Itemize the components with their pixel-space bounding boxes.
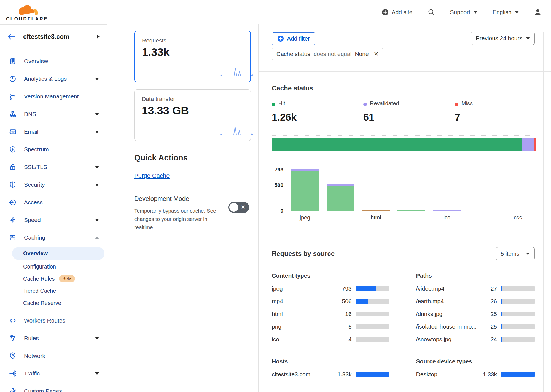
table-row[interactable]: cftestsite3.com 1.33k [272,368,389,381]
table-row[interactable]: /video.mp4 27 [416,282,535,295]
chart-bar-css[interactable] [500,169,536,211]
sidebar-item-network[interactable]: Network [0,347,107,365]
sidebar-subitem-configuration[interactable]: Configuration [0,261,107,273]
sidebar-item-label: Rules [24,335,39,342]
add-filter-button[interactable]: Add filter [272,32,315,45]
chevron-down-icon [95,337,99,340]
sidebar-item-label: Security [24,181,45,188]
table-row[interactable]: /earth.mp4 26 [416,295,535,308]
revalidated-label[interactable]: Revalidated [370,100,399,108]
sidebar-subitem-cache-rules[interactable]: Cache Rules Beta [0,273,107,285]
main-content: Add filter Previous 24 hours Cache statu… [259,24,551,392]
shield-icon [9,181,17,189]
table-row[interactable]: Desktop 1.33k [416,368,535,381]
gridline-vertical [518,169,518,211]
x-label-jpeg: jpeg [287,214,323,221]
sidebar: cftestsite3.com Overview Analytics & Log… [0,24,107,392]
sidebar-item-speed[interactable]: Speed [0,211,107,229]
table-row[interactable]: ico 4 [272,333,389,346]
sidebar-item-rules[interactable]: Rules [0,329,107,347]
chart-bar-mp4[interactable] [323,169,358,211]
table-row[interactable]: png 5 [272,320,389,333]
y-tick-mid: 500 [275,182,283,188]
support-menu[interactable]: Support [450,9,478,15]
column-divider [403,272,403,381]
code-brackets-icon [9,317,17,324]
site-name[interactable]: cftestsite3.com [23,33,89,41]
chevron-down-icon [526,37,530,40]
purge-cache-link[interactable]: Purge Cache [134,172,170,179]
sidebar-item-overview[interactable]: Overview [0,52,107,70]
chevron-right-icon[interactable] [97,34,100,39]
subitem-label: Cache Reserve [23,300,61,306]
sidebar-item-caching[interactable]: Caching [0,229,107,246]
stat-miss: Miss 7 [444,100,536,123]
sidebar-item-label: Workers Routes [24,317,65,324]
development-mode-toggle[interactable]: ✕ [228,202,249,213]
table-row[interactable]: /drinks.jpg 25 [416,308,535,320]
sidebar-item-access[interactable]: Access [0,194,107,211]
server-stack-icon [9,234,17,241]
items-count-dropdown[interactable]: 5 items [496,247,535,260]
plus-circle-icon [382,9,389,16]
top-header: CLOUDFLARE Add site Support English [0,0,551,24]
git-branch-icon [9,93,17,100]
pie-chart-icon [9,75,17,83]
language-menu[interactable]: English [493,9,519,15]
chart-y-axis: 793 500 0 [272,169,287,211]
sidebar-item-custom-pages[interactable]: Custom Pages [0,382,107,392]
table-row[interactable]: html 16 [272,308,389,320]
sidebar-subitem-tiered-cache[interactable]: Tiered Cache [0,285,107,297]
table-row[interactable]: mp4 506 [272,295,389,308]
remove-filter-icon[interactable]: ✕ [374,51,379,57]
sidebar-item-label: Speed [24,217,41,223]
user-account-icon[interactable] [534,8,542,16]
table-row[interactable]: jpeg 793 [272,282,389,295]
sidebar-item-traffic[interactable]: Traffic [0,365,107,382]
table-row[interactable]: /snowtops.jpg 24 [416,333,535,346]
search-icon[interactable] [428,8,435,16]
envelope-icon [9,128,17,136]
plus-circle-icon [277,35,284,42]
sidebar-item-label: Access [24,199,43,206]
y-tick-max: 793 [275,167,283,173]
miss-label[interactable]: Miss [461,100,473,108]
sidebar-subitem-overview[interactable]: Overview [12,247,104,260]
sidebar-item-label: Network [24,353,45,359]
stacked-segment-miss [534,138,536,151]
cloudflare-logo[interactable]: CLOUDFLARE [6,4,48,22]
sidebar-item-workers-routes[interactable]: Workers Routes [0,312,107,329]
caching-subnav: Overview Configuration Cache Rules Beta … [0,246,107,312]
filter-chip[interactable]: Cache status does not equal None ✕ [272,48,383,60]
sidebar-item-security[interactable]: Security [0,176,107,194]
chart-bar-png[interactable] [394,169,429,211]
sidebar-item-ssl-tls[interactable]: SSL/TLS [0,158,107,176]
chart-bar-ico[interactable] [429,169,465,211]
data-transfer-metric-card[interactable]: Data transfer 13.33 GB [134,89,251,141]
sidebar-item-label: SSL/TLS [24,164,47,170]
time-range-label: Previous 24 hours [476,35,522,42]
x-label-empty [465,214,500,221]
location-pin-icon [9,352,17,360]
hit-label[interactable]: Hit [278,100,285,108]
sidebar-item-analytics-logs[interactable]: Analytics & Logs [0,70,107,88]
hosts-block: Hosts cftestsite3.com 1.33k [272,350,389,381]
requests-metric-card[interactable]: Requests 1.33k [134,31,251,82]
back-arrow-icon[interactable] [7,33,15,40]
filter-chip-value: None [355,51,369,57]
sidebar-subitem-cache-reserve[interactable]: Cache Reserve [0,297,107,309]
chart-bar-html[interactable] [358,169,394,211]
table-row[interactable]: /isolated-house-in-mo... 25 [416,320,535,333]
add-site-button[interactable]: Add site [382,9,413,16]
sidebar-item-spectrum[interactable]: Spectrum [0,141,107,158]
sidebar-item-version-management[interactable]: Version Management [0,88,107,105]
chart-bar-empty[interactable] [465,169,500,211]
time-range-dropdown[interactable]: Previous 24 hours [471,32,535,45]
sidebar-item-dns[interactable]: DNS [0,105,107,123]
chart-bar-jpeg[interactable] [287,169,323,211]
value-bar [356,324,389,329]
cache-status-stats: Hit 1.26k Revalidated 61 Miss 7 [272,100,536,123]
sidebar-item-label: Email [24,128,39,135]
stacked-bar-ticks [272,135,536,136]
sidebar-item-email[interactable]: Email [0,123,107,141]
